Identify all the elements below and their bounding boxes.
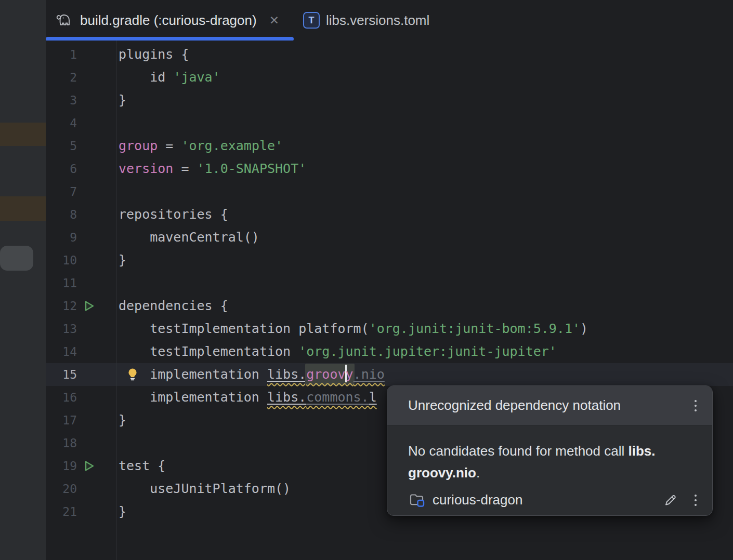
line-number: 4 [46, 112, 77, 135]
line-number: 11 [46, 272, 77, 295]
tree-row-highlight[interactable] [0, 196, 46, 221]
code-token: groov [306, 367, 345, 382]
code-line[interactable]: 10} [46, 249, 733, 272]
code-token: mavenCentral() [119, 230, 259, 245]
code-token: testImplementation [119, 344, 298, 359]
identifier-highlight: groovy [305, 364, 354, 385]
code-token: = [173, 161, 197, 176]
code-line[interactable]: 9 mavenCentral() [46, 226, 733, 249]
code-token: .nio [354, 367, 385, 382]
code-text: } [119, 89, 733, 112]
code-token: } [119, 412, 126, 428]
code-text: version = '1.0-SNAPSHOT' [119, 157, 733, 180]
close-icon[interactable]: ✕ [269, 15, 279, 26]
code-token: l [369, 390, 377, 405]
code-token: 'org.junit.jupiter:junit-jupiter' [298, 344, 557, 359]
code-token: ) [580, 321, 588, 336]
editor-tab-bar: build.gradle (:curious-dragon) ✕ T libs.… [46, 0, 733, 41]
code-token: 'org.junit:junit-bom:5.9.1' [369, 321, 580, 336]
code-token: version [119, 161, 173, 176]
message-text: . [476, 465, 480, 481]
project-sidebar[interactable] [0, 0, 46, 560]
code-token: } [119, 92, 126, 108]
tree-row-highlight[interactable] [0, 123, 46, 146]
inspection-popup: Unrecognized dependency notation No cand… [387, 385, 713, 516]
code-text: plugins { [119, 43, 733, 66]
popup-title: Unrecognized dependency notation [408, 397, 692, 414]
gradle-icon [55, 12, 74, 28]
tree-row-selected[interactable] [0, 246, 33, 271]
code-line[interactable]: 7 [46, 180, 733, 203]
code-line[interactable]: 3} [46, 89, 733, 112]
line-number: 14 [46, 340, 77, 363]
code-token: test { [119, 458, 165, 473]
code-token: implementation [119, 390, 267, 405]
line-number: 3 [46, 89, 77, 112]
line-number: 5 [46, 135, 77, 157]
code-line[interactable]: 11 [46, 272, 733, 295]
code-token: dependencies { [119, 298, 228, 313]
module-name: curious-dragon [433, 492, 522, 508]
tab-libs-versions-toml[interactable]: T libs.versions.toml [294, 0, 444, 41]
line-number: 16 [46, 386, 77, 409]
run-icon[interactable] [82, 299, 96, 313]
intention-bulb-icon[interactable] [126, 368, 139, 381]
line-number: 8 [46, 203, 77, 226]
code-token: '1.0-SNAPSHOT' [197, 161, 307, 176]
line-number: 18 [46, 432, 77, 455]
run-icon[interactable] [82, 459, 96, 473]
code-text: id 'java' [119, 66, 733, 89]
edit-icon[interactable] [662, 492, 678, 508]
code-token: libs. [267, 390, 306, 405]
code-token: testImplementation platform( [119, 321, 369, 336]
code-line[interactable]: 14 testImplementation 'org.junit.jupiter… [46, 340, 733, 363]
more-options-icon[interactable] [692, 492, 699, 508]
code-text: group = 'org.example' [119, 135, 733, 157]
code-token: implementation [119, 367, 267, 382]
code-line[interactable]: 1plugins { [46, 43, 733, 66]
code-token: group [119, 138, 158, 153]
line-number: 9 [46, 226, 77, 249]
code-line[interactable]: 12 dependencies { [46, 295, 733, 317]
tab-build-gradle[interactable]: build.gradle (:curious-dragon) ✕ [46, 0, 294, 41]
line-number: 17 [46, 409, 77, 432]
popup-header: Unrecognized dependency notation [387, 386, 712, 425]
code-line[interactable]: 8repositories { [46, 203, 733, 226]
line-number: 13 [46, 317, 77, 340]
line-number: 7 [46, 180, 77, 203]
code-line[interactable]: 13 testImplementation platform('org.juni… [46, 317, 733, 340]
line-number: 1 [46, 43, 77, 66]
code-line[interactable]: 15 implementation libs.groovy.nio [46, 363, 733, 386]
code-text: } [119, 249, 733, 272]
line-number: 6 [46, 157, 77, 180]
module-row[interactable]: curious-dragon [387, 484, 712, 515]
line-number: 12 [46, 295, 77, 317]
warning-underline: libs.groovy.nio [267, 367, 385, 382]
line-number: 2 [46, 66, 77, 89]
message-bold: libs. [628, 443, 655, 459]
line-number: 10 [46, 249, 77, 272]
line-number: 19 [46, 455, 77, 477]
message-bold: groovy.nio [408, 465, 476, 481]
code-token: id [119, 70, 173, 85]
code-text: testImplementation 'org.junit.jupiter:ju… [119, 340, 733, 363]
warning-underline: libs.commons.l [267, 390, 377, 405]
line-number: 21 [46, 500, 77, 523]
code-line[interactable]: 5group = 'org.example' [46, 135, 733, 157]
code-text: repositories { [119, 203, 733, 226]
code-line[interactable]: 4 [46, 112, 733, 135]
code-token: = [158, 138, 181, 153]
code-line[interactable]: 6version = '1.0-SNAPSHOT' [46, 157, 733, 180]
code-line[interactable]: 2 id 'java' [46, 66, 733, 89]
ide-window: build.gradle (:curious-dragon) ✕ T libs.… [0, 0, 733, 560]
tab-label: build.gradle (:curious-dragon) [80, 12, 257, 29]
tab-label: libs.versions.toml [326, 12, 429, 29]
more-options-icon[interactable] [692, 398, 699, 414]
code-token: repositories { [119, 207, 228, 222]
code-text: implementation libs.groovy.nio [119, 363, 733, 386]
code-token: y [346, 367, 354, 382]
code-token: 'org.example' [181, 138, 283, 153]
code-token: } [119, 252, 126, 268]
line-number: 20 [46, 477, 77, 500]
popup-message: No candidates found for method call libs… [387, 425, 712, 484]
